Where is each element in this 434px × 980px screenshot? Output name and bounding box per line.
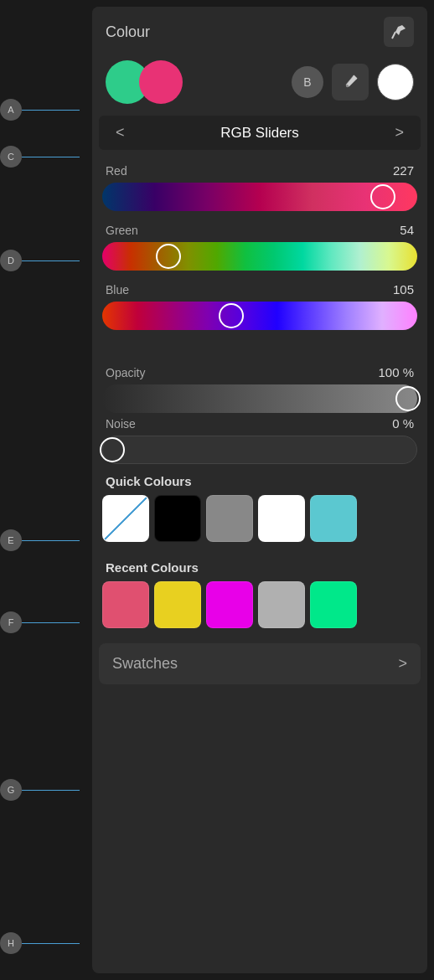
opacity-section: Opacity 100 % — [92, 358, 427, 413]
annotation-g-label: G — [0, 779, 22, 801]
mode-selector: < RGB Sliders > — [99, 116, 421, 150]
swatches-arrow: > — [398, 655, 407, 673]
svg-point-2 — [346, 85, 349, 87]
quick-colour-white[interactable] — [258, 495, 305, 542]
rgb-sliders-area: Red 227 Green 54 Blue 105 — [92, 163, 427, 330]
annotation-f-label: F — [0, 611, 22, 633]
annotation-c: C — [0, 146, 80, 168]
annotation-g-line — [22, 790, 80, 791]
annotation-d-label: D — [0, 250, 22, 271]
quick-colour-black[interactable] — [154, 495, 201, 542]
blue-value: 105 — [393, 282, 414, 297]
quick-colours-swatches — [92, 495, 427, 550]
recent-colour-2[interactable] — [206, 581, 253, 628]
opacity-slider-track[interactable] — [102, 384, 417, 413]
annotation-a-line — [22, 110, 80, 111]
blue-slider-group: Blue 105 — [102, 282, 417, 330]
opacity-label: Opacity — [106, 366, 145, 379]
eyedropper-icon — [341, 73, 359, 91]
annotation-c-line — [22, 157, 80, 157]
opacity-slider-thumb[interactable] — [395, 386, 421, 411]
noise-label: Noise — [106, 417, 136, 431]
noise-section: Noise 0 % — [92, 413, 427, 464]
quick-colour-transparent[interactable] — [102, 495, 149, 542]
annotation-e: E — [0, 529, 80, 551]
recent-colour-1[interactable] — [154, 581, 201, 628]
panel-title: Colour — [106, 23, 150, 41]
blue-label: Blue — [106, 283, 129, 297]
noise-slider-header: Noise 0 % — [102, 416, 417, 431]
panel-header: Colour — [92, 7, 427, 55]
blue-slider-track[interactable] — [102, 302, 417, 330]
recent-colours-swatches — [92, 581, 427, 637]
green-label: Green — [106, 224, 138, 237]
color-circles — [106, 60, 183, 104]
colour-panel: Colour B — [92, 7, 427, 973]
annotation-d: D — [0, 250, 80, 271]
red-value: 227 — [393, 163, 414, 178]
green-value: 54 — [400, 223, 414, 237]
annotation-c-label: C — [0, 146, 22, 168]
noise-slider-track[interactable] — [102, 436, 417, 464]
quick-colour-gray[interactable] — [206, 495, 253, 542]
b-button[interactable]: B — [292, 66, 323, 98]
recent-colour-0[interactable] — [102, 581, 149, 628]
eyedropper-button[interactable] — [332, 64, 369, 101]
swatches-bar[interactable]: Swatches > — [99, 643, 421, 684]
green-slider-group: Green 54 — [102, 223, 417, 271]
mode-label: RGB Sliders — [220, 125, 299, 142]
noise-value: 0 % — [392, 416, 414, 431]
svg-line-0 — [392, 32, 395, 39]
spacer1 — [92, 342, 427, 358]
red-slider-header: Red 227 — [102, 163, 417, 178]
right-controls: B — [292, 64, 414, 101]
annotation-h-label: H — [0, 932, 22, 954]
noise-slider-thumb[interactable] — [100, 437, 125, 462]
recent-colour-3[interactable] — [258, 581, 305, 628]
mode-prev-button[interactable]: < — [112, 124, 128, 142]
blue-slider-thumb[interactable] — [219, 303, 244, 328]
quick-colours-label: Quick Colours — [92, 464, 427, 495]
background-color-circle[interactable] — [139, 60, 183, 104]
annotations-column: A C D E F G H — [0, 0, 92, 980]
recent-colour-4[interactable] — [310, 581, 357, 628]
swatches-label: Swatches — [112, 655, 178, 673]
green-slider-thumb[interactable] — [156, 244, 181, 269]
color-preview-row: B — [92, 55, 427, 116]
opacity-value: 100 % — [378, 365, 414, 379]
annotation-d-line — [22, 260, 80, 261]
annotation-h-line — [22, 943, 80, 944]
annotation-a: A — [0, 99, 80, 121]
white-color-circle[interactable] — [377, 64, 414, 101]
mode-next-button[interactable]: > — [391, 124, 407, 142]
green-slider-track[interactable] — [102, 242, 417, 271]
annotation-f-line — [22, 622, 80, 623]
red-slider-thumb[interactable] — [370, 184, 395, 209]
pin-button[interactable] — [384, 17, 414, 47]
annotation-a-label: A — [0, 99, 22, 121]
opacity-slider-header: Opacity 100 % — [102, 365, 417, 379]
annotation-e-label: E — [0, 529, 22, 551]
annotation-g: G — [0, 779, 80, 801]
green-slider-header: Green 54 — [102, 223, 417, 237]
blue-slider-header: Blue 105 — [102, 282, 417, 297]
red-slider-track[interactable] — [102, 183, 417, 211]
annotation-e-line — [22, 540, 80, 541]
annotation-f: F — [0, 611, 80, 633]
quick-colour-teal[interactable] — [310, 495, 357, 542]
recent-colours-label: Recent Colours — [92, 550, 427, 581]
red-label: Red — [106, 164, 127, 178]
pin-icon — [390, 23, 407, 40]
red-slider-group: Red 227 — [102, 163, 417, 211]
annotation-h: H — [0, 932, 80, 954]
